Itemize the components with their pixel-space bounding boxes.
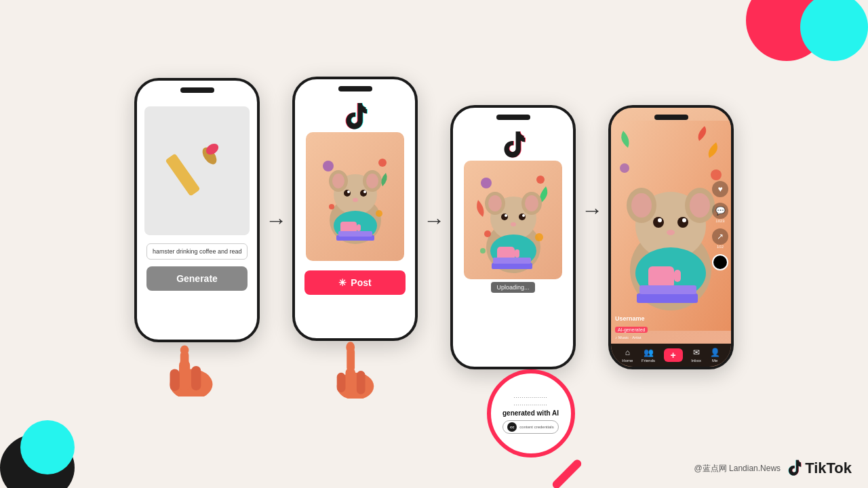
cc-logo: cc <box>507 422 517 432</box>
phone2-content: ✳ Post <box>295 79 415 338</box>
phone1: Generate <box>134 78 260 342</box>
svg-rect-32 <box>336 372 345 392</box>
nav-friends[interactable]: 👥 Friends <box>642 348 655 363</box>
svg-point-28 <box>376 210 382 217</box>
magnifier: ................. ................. gene… <box>487 369 575 458</box>
nav-friends-label: Friends <box>642 359 655 363</box>
phone4-bottom-bar: ⌂ Home 👥 Friends + ✉ Inbox <box>611 344 731 367</box>
tiktok-brand-icon <box>787 460 802 477</box>
phone3: Uploading... <box>450 105 576 369</box>
friends-icon: 👥 <box>644 348 654 357</box>
phone4-comment-action[interactable]: 💬 1023 <box>712 203 728 223</box>
svg-point-35 <box>481 178 492 188</box>
svg-point-44 <box>519 214 526 220</box>
tiktok-logo-phone3 <box>501 131 526 158</box>
nav-inbox[interactable]: ✉ Inbox <box>691 348 701 363</box>
share-icon: ↗ <box>712 228 728 245</box>
svg-rect-31 <box>356 371 365 394</box>
comment-count: 1023 <box>715 219 724 223</box>
comment-icon: 💬 <box>712 203 728 219</box>
svg-rect-51 <box>492 263 532 269</box>
arrow3: → <box>581 198 603 277</box>
svg-point-34 <box>346 342 355 352</box>
arrow1: → <box>265 208 287 267</box>
svg-point-19 <box>347 190 350 193</box>
svg-point-68 <box>682 218 686 222</box>
blob-top-right-cyan <box>800 0 868 61</box>
home-icon: ⌂ <box>625 348 630 357</box>
svg-point-10 <box>378 159 387 167</box>
phone4-right-actions: ♥ 💬 1023 ↗ 102 <box>712 181 728 270</box>
content-credentials-text: content credentials <box>519 425 553 429</box>
phone4-notch <box>654 115 688 120</box>
magnifier-container: ................. ................. gene… <box>487 369 575 458</box>
tiktok-brand-text: TikTok <box>805 460 852 477</box>
svg-point-57 <box>620 163 629 173</box>
content-credentials-badge: cc content credentials <box>502 420 558 434</box>
arrow2: → <box>423 208 445 267</box>
svg-point-36 <box>536 176 545 184</box>
post-icon: ✳ <box>338 277 347 288</box>
blob-bottom-left-cyan <box>20 420 75 474</box>
svg-point-54 <box>535 233 543 241</box>
svg-point-67 <box>658 218 662 222</box>
inbox-icon: ✉ <box>693 348 700 357</box>
uploading-badge: Uploading... <box>491 282 534 293</box>
svg-point-66 <box>677 217 688 228</box>
svg-rect-52 <box>493 258 531 264</box>
svg-point-63 <box>631 193 652 218</box>
avatar-record <box>712 254 728 270</box>
svg-rect-26 <box>338 231 372 237</box>
svg-point-21 <box>353 198 358 202</box>
phone4-share-action[interactable]: ↗ 102 <box>712 228 728 249</box>
svg-point-16 <box>366 174 378 188</box>
hamster-image-phone3 <box>464 161 562 279</box>
phone4-content: ♥ 💬 1023 ↗ 102 <box>611 108 731 367</box>
svg-rect-0 <box>165 153 200 197</box>
svg-point-55 <box>480 248 486 253</box>
post-button[interactable]: ✳ Post <box>304 270 406 295</box>
phone4-like-action[interactable]: ♥ <box>712 181 728 197</box>
like-icon: ♥ <box>712 181 728 197</box>
nav-create-button[interactable]: + <box>664 348 683 362</box>
hamster-image-phone2 <box>306 132 404 261</box>
footer: @蓝点网 Landian.News TikTok <box>694 460 852 477</box>
svg-point-46 <box>522 214 525 217</box>
footer-credit: @蓝点网 Landian.News <box>694 463 781 474</box>
svg-rect-73 <box>637 293 698 303</box>
nav-home[interactable]: ⌂ Home <box>622 348 633 363</box>
phone4-ai-tag: AI-generated <box>615 327 648 333</box>
phone2-wrapper: ✳ Post <box>292 77 418 399</box>
phone2-notch <box>338 86 372 92</box>
magnifier-dots-2: ................. <box>513 401 547 406</box>
magnifier-circle: ................. ................. gene… <box>487 369 575 458</box>
svg-point-64 <box>690 193 710 218</box>
phone4-user-info: Username AI-generated ♪ Music · Artist <box>615 315 648 340</box>
phone2: ✳ Post <box>292 77 418 341</box>
phone1-content: Generate <box>137 81 257 340</box>
svg-point-42 <box>525 195 538 211</box>
me-icon: 👤 <box>710 348 720 357</box>
tiktok-logo-phone2 <box>343 102 368 129</box>
share-count: 102 <box>717 245 724 249</box>
svg-point-27 <box>329 204 334 209</box>
svg-point-20 <box>363 190 366 193</box>
phone1-image-area <box>144 106 250 235</box>
svg-point-15 <box>332 174 344 188</box>
phone4-username: Username <box>615 315 648 322</box>
generate-button[interactable]: Generate <box>146 266 248 291</box>
nav-me[interactable]: 👤 Me <box>710 348 720 363</box>
svg-point-17 <box>344 190 351 197</box>
svg-rect-74 <box>639 285 696 294</box>
svg-point-58 <box>711 169 722 180</box>
generated-with-ai-text: generated with AI <box>502 409 559 418</box>
main-container: Generate → <box>0 0 868 488</box>
hand1-icon <box>150 336 245 396</box>
svg-point-69 <box>667 230 675 235</box>
hamster-illustration-phone2 <box>315 146 396 247</box>
phone4: ♥ 💬 1023 ↗ 102 <box>608 105 734 369</box>
svg-point-8 <box>180 345 189 354</box>
svg-point-47 <box>511 222 516 226</box>
ai-prompt-input[interactable] <box>146 243 248 260</box>
magnifier-handle <box>551 458 583 488</box>
